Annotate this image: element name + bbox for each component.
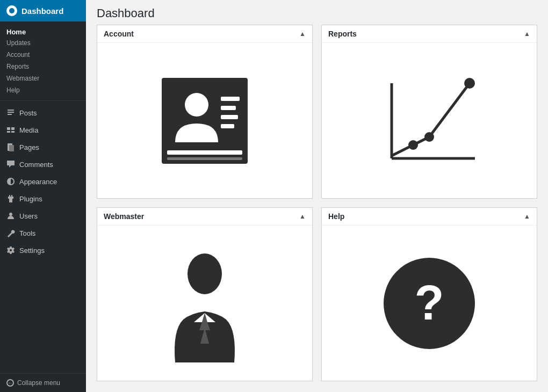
svg-rect-11 bbox=[221, 115, 238, 119]
svg-rect-2 bbox=[7, 131, 10, 133]
sidebar-label-posts: Posts bbox=[19, 109, 37, 117]
sidebar-item-webmaster[interactable]: Webmaster bbox=[0, 72, 86, 84]
svg-rect-14 bbox=[167, 157, 242, 160]
sidebar: Dashboard Home Updates Account Reports W… bbox=[0, 0, 86, 392]
posts-icon bbox=[6, 108, 15, 117]
sidebar-label-media: Media bbox=[19, 126, 38, 134]
sidebar-label-tools: Tools bbox=[19, 229, 35, 237]
sidebar-collapse-button[interactable]: ← Collapse menu bbox=[0, 373, 86, 392]
widget-account-title: Account bbox=[104, 30, 134, 38]
svg-rect-12 bbox=[221, 124, 234, 128]
widget-webmaster-header: Webmaster ▲ bbox=[97, 208, 312, 226]
widget-help-body: ? bbox=[322, 226, 537, 381]
sidebar-item-reports[interactable]: Reports bbox=[0, 61, 86, 72]
svg-rect-10 bbox=[221, 106, 236, 110]
sidebar-item-tools[interactable]: Tools bbox=[0, 224, 86, 242]
main-content: Dashboard Account ▲ bbox=[86, 0, 548, 392]
sidebar-label-appearance: Appearance bbox=[19, 178, 57, 186]
widget-account: Account ▲ bbox=[97, 25, 313, 199]
sidebar-item-media[interactable]: Media bbox=[0, 121, 86, 139]
sidebar-label-pages: Pages bbox=[19, 143, 39, 151]
widget-help-header: Help ▲ bbox=[322, 208, 537, 226]
widget-reports-title: Reports bbox=[328, 30, 357, 38]
appearance-icon bbox=[6, 177, 15, 186]
sidebar-item-account[interactable]: Account bbox=[0, 49, 86, 61]
sidebar-header-label: Dashboard bbox=[21, 6, 63, 16]
sidebar-item-help[interactable]: Help bbox=[0, 84, 86, 96]
dashboard-icon bbox=[6, 5, 17, 16]
comments-icon bbox=[6, 160, 15, 169]
sidebar-collapse-label: Collapse menu bbox=[17, 379, 60, 387]
svg-point-17 bbox=[408, 140, 418, 150]
users-icon bbox=[6, 212, 15, 220]
collapse-arrow-icon: ← bbox=[6, 379, 14, 387]
widget-webmaster-body bbox=[97, 226, 312, 381]
dashboard-grid: Account ▲ bbox=[86, 25, 548, 392]
svg-point-19 bbox=[464, 78, 475, 89]
media-icon bbox=[6, 126, 15, 134]
sidebar-item-plugins[interactable]: Plugins bbox=[0, 190, 86, 207]
svg-point-20 bbox=[188, 253, 222, 294]
sidebar-item-pages[interactable]: Pages bbox=[0, 139, 86, 156]
svg-rect-0 bbox=[7, 127, 10, 130]
sidebar-label-comments: Comments bbox=[19, 161, 53, 169]
webmaster-illustration bbox=[162, 244, 248, 362]
sidebar-item-updates[interactable]: Updates bbox=[0, 37, 86, 49]
svg-text:?: ? bbox=[415, 276, 444, 330]
sidebar-label-users: Users bbox=[19, 212, 38, 220]
sidebar-item-users[interactable]: Users bbox=[0, 207, 86, 224]
widget-reports: Reports ▲ bbox=[321, 25, 537, 199]
page-title-bar: Dashboard bbox=[86, 0, 548, 25]
sidebar-home-section: Home Updates Account Reports Webmaster H… bbox=[0, 21, 86, 101]
help-illustration: ? bbox=[381, 255, 478, 352]
widget-help-title: Help bbox=[328, 212, 344, 221]
widget-webmaster-title: Webmaster bbox=[104, 212, 144, 221]
svg-point-8 bbox=[185, 93, 208, 117]
widget-reports-body bbox=[322, 43, 537, 198]
widget-reports-toggle[interactable]: ▲ bbox=[524, 30, 530, 38]
widget-reports-header: Reports ▲ bbox=[322, 25, 537, 43]
svg-point-6 bbox=[9, 213, 12, 216]
sidebar-main-section: Posts Media Pages Comments Appearance Pl… bbox=[0, 101, 86, 373]
sidebar-item-settings[interactable]: Settings bbox=[0, 242, 86, 259]
account-illustration bbox=[156, 72, 253, 169]
svg-rect-3 bbox=[11, 131, 15, 133]
sidebar-label-settings: Settings bbox=[19, 246, 45, 255]
svg-rect-13 bbox=[167, 150, 242, 155]
widget-account-header: Account ▲ bbox=[97, 25, 312, 43]
sidebar-item-comments[interactable]: Comments bbox=[0, 156, 86, 173]
widget-account-body bbox=[97, 43, 312, 198]
sidebar-home-label[interactable]: Home bbox=[0, 26, 86, 37]
widget-help-toggle[interactable]: ▲ bbox=[524, 213, 530, 220]
sidebar-item-posts[interactable]: Posts bbox=[0, 104, 86, 121]
widget-help: Help ▲ ? bbox=[321, 207, 537, 381]
sidebar-item-appearance[interactable]: Appearance bbox=[0, 173, 86, 190]
settings-icon bbox=[6, 246, 15, 255]
svg-rect-5 bbox=[9, 145, 14, 151]
svg-rect-9 bbox=[221, 97, 240, 101]
widget-account-toggle[interactable]: ▲ bbox=[299, 30, 306, 38]
sidebar-header[interactable]: Dashboard bbox=[0, 0, 86, 21]
page-title: Dashboard bbox=[97, 6, 537, 20]
tools-icon bbox=[6, 229, 15, 237]
widget-webmaster: Webmaster ▲ bbox=[97, 207, 313, 381]
widget-webmaster-toggle[interactable]: ▲ bbox=[299, 213, 306, 220]
svg-point-18 bbox=[424, 132, 434, 142]
plugins-icon bbox=[6, 194, 15, 203]
pages-icon bbox=[6, 143, 15, 151]
svg-rect-1 bbox=[11, 127, 15, 130]
sidebar-label-plugins: Plugins bbox=[19, 195, 42, 203]
reports-illustration bbox=[376, 67, 483, 175]
